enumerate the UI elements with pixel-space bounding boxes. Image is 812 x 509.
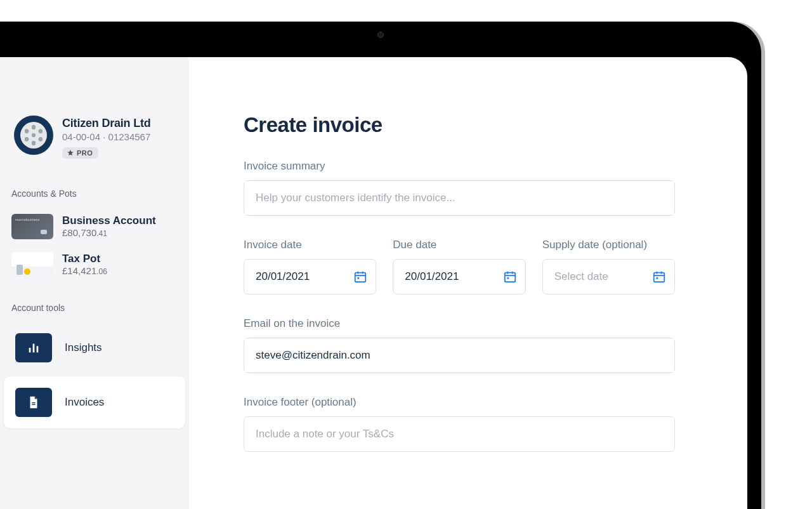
svg-rect-10	[656, 277, 658, 279]
camera-icon	[377, 32, 384, 38]
svg-rect-3	[32, 402, 36, 403]
star-icon	[67, 149, 74, 157]
sidebar-item-insights[interactable]: Insights	[4, 322, 185, 374]
svg-rect-0	[29, 348, 31, 352]
supply-date-label: Supply date (optional)	[542, 239, 675, 251]
page-title: Create invoice	[244, 113, 747, 137]
pot-icon	[11, 252, 53, 277]
company-name: Citizen Drain Ltd	[62, 117, 151, 130]
sidebar-item-label: Insights	[65, 341, 102, 354]
accounts-section-label: Accounts & Pots	[0, 188, 189, 199]
svg-rect-7	[504, 273, 515, 282]
bar-chart-icon	[15, 333, 52, 362]
account-name: Business Account	[62, 214, 156, 227]
company-block[interactable]: Citizen Drain Ltd 04-00-04 · 01234567 PR…	[0, 57, 189, 159]
svg-rect-6	[358, 277, 360, 279]
svg-rect-1	[33, 344, 35, 353]
account-balance: £14,421.06	[62, 265, 107, 277]
invoice-email-input[interactable]	[244, 338, 675, 373]
svg-rect-4	[32, 404, 36, 405]
invoice-date-label: Invoice date	[244, 239, 376, 251]
company-meta: 04-00-04 · 01234567	[62, 131, 151, 142]
sidebar-item-tax-pot[interactable]: Tax Pot £14,421.06	[0, 246, 189, 284]
company-logo-icon	[14, 116, 53, 155]
svg-rect-5	[355, 273, 366, 282]
pro-badge: PRO	[62, 147, 98, 159]
sidebar-item-business-account[interactable]: monzobusiness Business Account £80,730.4…	[0, 208, 189, 246]
document-icon	[15, 388, 52, 417]
tools-section-label: Account tools	[0, 303, 189, 313]
sidebar-item-label: Invoices	[65, 396, 104, 409]
invoice-footer-input[interactable]	[244, 416, 675, 452]
summary-label: Invoice summary	[244, 160, 675, 173]
invoice-summary-input[interactable]	[244, 180, 675, 216]
svg-rect-2	[37, 346, 39, 352]
calendar-icon[interactable]	[651, 268, 667, 285]
footer-label: Invoice footer (optional)	[244, 396, 675, 409]
calendar-icon[interactable]	[502, 268, 518, 285]
main-content: Create invoice Invoice summary Invoice d…	[189, 57, 747, 509]
device-frame: Citizen Drain Ltd 04-00-04 · 01234567 PR…	[0, 22, 761, 509]
email-label: Email on the invoice	[244, 317, 675, 330]
sidebar: Citizen Drain Ltd 04-00-04 · 01234567 PR…	[0, 57, 189, 509]
svg-rect-9	[654, 273, 665, 282]
card-icon: monzobusiness	[11, 214, 53, 239]
account-balance: £80,730.41	[62, 227, 156, 239]
app-screen: Citizen Drain Ltd 04-00-04 · 01234567 PR…	[0, 57, 747, 509]
svg-rect-8	[507, 277, 509, 279]
account-name: Tax Pot	[62, 252, 107, 265]
sidebar-item-invoices[interactable]: Invoices	[4, 376, 185, 428]
calendar-icon[interactable]	[352, 268, 369, 285]
due-date-label: Due date	[393, 239, 525, 251]
